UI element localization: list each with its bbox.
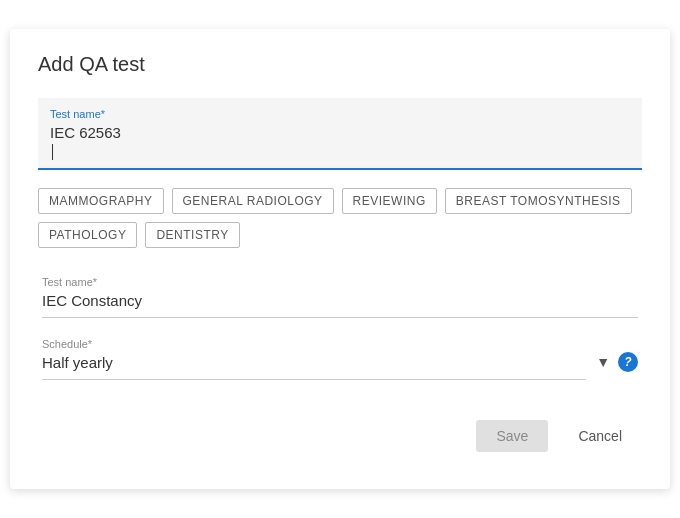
cancel-button[interactable]: Cancel: [558, 420, 642, 452]
tag-breast-tomosynthesis[interactable]: BREAST TOMOSYNTHESIS: [445, 188, 632, 214]
schedule-row: Schedule* Half yearly ▼ ?: [42, 338, 638, 380]
tag-dentistry[interactable]: DENTISTRY: [145, 222, 239, 248]
test-name-label: Test name*: [42, 276, 638, 288]
dialog-actions: Save Cancel: [38, 420, 642, 452]
tags-container: MAMMOGRAPHY GENERAL RADIOLOGY REVIEWING …: [38, 188, 642, 248]
test-name-value[interactable]: IEC Constancy: [42, 292, 638, 309]
schedule-value[interactable]: Half yearly: [42, 354, 586, 371]
dialog-title: Add QA test: [38, 53, 642, 76]
tag-pathology[interactable]: PATHOLOGY: [38, 222, 137, 248]
schedule-field: Schedule* Half yearly: [42, 338, 586, 380]
schedule-icons: ▼ ?: [596, 352, 638, 380]
test-name-search-input[interactable]: [50, 124, 630, 141]
form-section: Test name* IEC Constancy Schedule* Half …: [38, 276, 642, 380]
test-name-search-box: Test name*: [38, 98, 642, 170]
search-label: Test name*: [50, 108, 630, 120]
tag-general-radiology[interactable]: GENERAL RADIOLOGY: [172, 188, 334, 214]
cursor-indicator: [52, 144, 53, 160]
save-button[interactable]: Save: [476, 420, 548, 452]
tag-reviewing[interactable]: REVIEWING: [342, 188, 437, 214]
tag-mammography[interactable]: MAMMOGRAPHY: [38, 188, 164, 214]
chevron-down-icon[interactable]: ▼: [596, 354, 610, 370]
schedule-label: Schedule*: [42, 338, 586, 350]
add-qa-test-dialog: Add QA test Test name* MAMMOGRAPHY GENER…: [10, 29, 670, 489]
test-name-field: Test name* IEC Constancy: [42, 276, 638, 318]
help-icon[interactable]: ?: [618, 352, 638, 372]
